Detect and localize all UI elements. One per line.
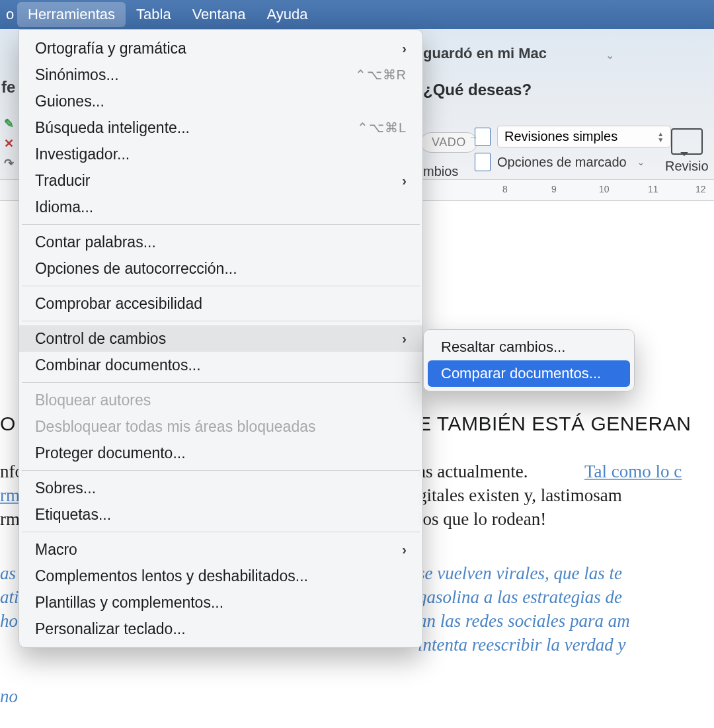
markup-options-button[interactable]: Opciones de marcado ⌄ <box>475 153 671 171</box>
menu-separator <box>22 532 420 532</box>
menu-item-label: Guiones... <box>35 93 407 110</box>
menu-separator <box>22 286 420 286</box>
doc-link-fragment[interactable]: Tal como lo c <box>584 462 682 482</box>
menu-item-label: Desbloquear todas mis áreas bloqueadas <box>35 418 407 436</box>
ribbon-tab-fragment: fe <box>1 78 15 97</box>
menu-shortcut: ⌃⌥⌘L <box>357 120 407 136</box>
doc-quote-fragment: as <box>0 563 16 584</box>
track-changes-label: mbios <box>423 164 458 179</box>
menu-item[interactable]: Sobres... <box>19 475 422 501</box>
menu-item[interactable]: Plantillas y complementos... <box>19 589 422 616</box>
track-changes-submenu: Resaltar cambios...Comparar documentos..… <box>423 329 635 391</box>
markup-options-label: Opciones de marcado <box>497 155 627 170</box>
menu-item[interactable]: Proteger documento... <box>19 440 422 466</box>
menu-item[interactable]: Sinónimos...⌃⌥⌘R <box>19 61 422 88</box>
chevron-down-icon: ⌄ <box>637 157 645 167</box>
menu-item[interactable]: Investigador... <box>19 141 422 167</box>
doc-heading-fragment-left: O <box>0 413 16 435</box>
doc-quote-fragment: intenta reescribir la verdad y <box>418 635 625 655</box>
menu-item[interactable]: Macro› <box>19 536 422 563</box>
menu-item[interactable]: Comprobar accesibilidad <box>19 290 422 317</box>
ruler-num: 9 <box>551 184 557 194</box>
menu-item[interactable]: Combinar documentos... <box>19 352 422 378</box>
reject-icon[interactable]: ✕ <box>4 136 14 151</box>
menubar-prev-letter: o <box>3 6 17 23</box>
menu-item-label: Macro <box>35 541 402 559</box>
menubar-item-ventana[interactable]: Ventana <box>182 2 257 27</box>
doc-quote-fragment: an las redes sociales para am <box>418 611 630 631</box>
submenu-chevron-icon: › <box>402 331 407 346</box>
menu-separator <box>22 224 420 225</box>
review-pane-label: Revisio <box>665 159 709 174</box>
menu-item-label: Sinónimos... <box>35 66 355 84</box>
doc-quote-fragment: no <box>0 686 18 707</box>
menu-separator <box>22 470 420 471</box>
doc-text-fragment: rm <box>0 509 20 530</box>
menu-item-label: Plantillas y complementos... <box>35 594 407 612</box>
menu-item-label: Comprobar accesibilidad <box>35 295 407 313</box>
menu-item[interactable]: Búsqueda inteligente...⌃⌥⌘L <box>19 114 422 141</box>
accept-icon[interactable]: ✎ <box>4 116 14 131</box>
submenu-item[interactable]: Comparar documentos... <box>428 360 630 387</box>
menu-item[interactable]: Complementos lentos y deshabilitados... <box>19 563 422 589</box>
menu-item-label: Complementos lentos y deshabilitados... <box>35 567 407 585</box>
menu-item-label: Bloquear autores <box>35 391 407 409</box>
doc-quote-fragment: gasolina a las estrategias de <box>418 587 622 608</box>
revision-display-value: Revisiones simples <box>504 129 617 144</box>
menu-item[interactable]: Guiones... <box>19 88 422 114</box>
review-pane-button[interactable]: Revisio <box>665 128 709 174</box>
menu-item[interactable]: Contar palabras... <box>19 229 422 255</box>
menu-item-label: Personalizar teclado... <box>35 620 407 638</box>
submenu-chevron-icon: › <box>402 173 407 188</box>
select-spinner-icon: ▲▼ <box>657 131 664 143</box>
menu-item-label: Combinar documentos... <box>35 356 407 374</box>
mac-menubar: o Herramientas Tabla Ventana Ayuda <box>0 0 714 29</box>
menu-item: Bloquear autores <box>19 387 422 413</box>
menubar-item-ayuda[interactable]: Ayuda <box>256 2 318 27</box>
tell-me-search[interactable]: ¿Qué deseas? <box>423 81 532 99</box>
menu-separator <box>22 321 420 321</box>
title-chevron-icon[interactable]: ⌄ <box>606 49 614 61</box>
menu-item: Desbloquear todas mis áreas bloqueadas <box>19 413 422 440</box>
revision-display-select[interactable]: Revisiones simples ▲▼ <box>497 126 671 147</box>
menu-item[interactable]: Idioma... <box>19 194 422 220</box>
menu-separator <box>22 382 420 383</box>
menu-item-label: Búsqueda inteligente... <box>35 119 357 137</box>
menu-shortcut: ⌃⌥⌘R <box>355 67 407 83</box>
menu-item[interactable]: Etiquetas... <box>19 501 422 528</box>
menu-item-label: Contar palabras... <box>35 233 407 251</box>
menubar-item-tabla[interactable]: Tabla <box>126 2 182 27</box>
next-change-icon[interactable]: ↷ <box>4 156 14 171</box>
speech-bubble-icon <box>671 128 703 155</box>
ruler-num: 10 <box>599 184 610 194</box>
menu-item-label: Control de cambios <box>35 330 402 348</box>
menubar-item-herramientas[interactable]: Herramientas <box>17 2 126 27</box>
doc-text-fragment: los que lo rodean! <box>418 509 546 530</box>
markup-icon <box>475 153 491 171</box>
menu-item-label: Etiquetas... <box>35 506 407 524</box>
menu-item-label: Opciones de autocorrección... <box>35 260 407 278</box>
doc-quote-fragment: se vuelven virales, que las te <box>418 563 622 584</box>
tools-dropdown-menu: Ortografía y gramática›Sinónimos...⌃⌥⌘RG… <box>19 29 423 648</box>
doc-quote-fragment: ati <box>0 587 19 608</box>
menu-item-label: Investigador... <box>35 145 407 163</box>
menu-item[interactable]: Personalizar teclado... <box>19 616 422 642</box>
menu-item[interactable]: Control de cambios› <box>19 325 422 352</box>
document-title-fragment: guardó en mi Mac <box>423 45 547 62</box>
ruler-num: 8 <box>502 184 508 194</box>
ruler-num: 12 <box>695 184 706 194</box>
submenu-item[interactable]: Resaltar cambios... <box>428 334 630 360</box>
menu-item[interactable]: Opciones de autocorrección... <box>19 255 422 282</box>
menu-item-label: Proteger documento... <box>35 444 407 462</box>
submenu-chevron-icon: › <box>402 542 407 557</box>
doc-link-fragment[interactable]: rm <box>0 485 20 506</box>
submenu-chevron-icon: › <box>402 41 407 56</box>
menu-item[interactable]: Traducir› <box>19 167 422 194</box>
doc-heading-fragment-right: E TAMBIÉN ESTÁ GENERAN <box>418 413 691 435</box>
doc-text-fragment: as actualmente. <box>418 462 528 482</box>
menu-item-label: Traducir <box>35 172 402 190</box>
menu-item-label: Idioma... <box>35 198 407 216</box>
menu-item[interactable]: Ortografía y gramática› <box>19 35 422 61</box>
menu-item-label: Sobres... <box>35 479 407 497</box>
doc-text-fragment: gitales existen y, lastimosam <box>418 485 622 506</box>
